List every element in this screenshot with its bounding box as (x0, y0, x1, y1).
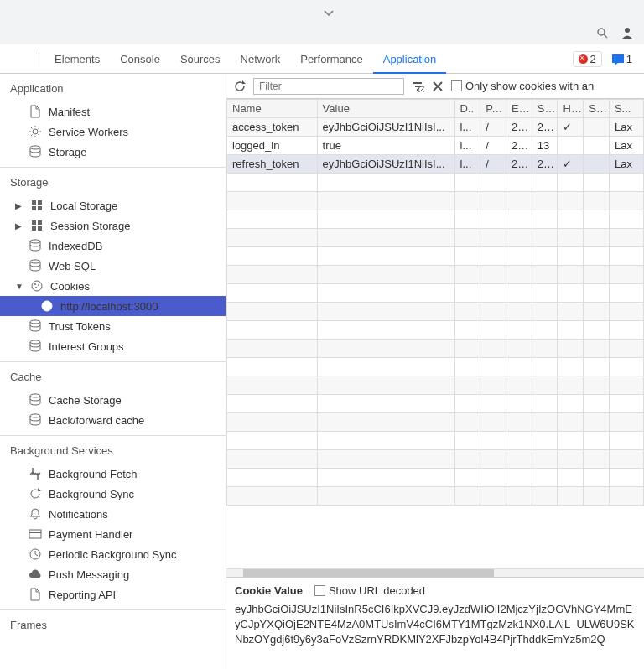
sidebar-item-label: Service Workers (49, 126, 128, 138)
sidebar-item-background-sync[interactable]: Background Sync (0, 484, 226, 504)
svg-rect-10 (38, 200, 42, 205)
table-row[interactable]: access_tokeneyJhbGciOiJSUzI1NiIsI...l...… (227, 118, 644, 137)
column-header[interactable]: D.. (454, 100, 480, 118)
cell-s3: Lax (609, 118, 643, 137)
cell-s2 (584, 118, 610, 137)
cloud-icon (29, 568, 42, 581)
svg-point-17 (30, 240, 40, 243)
sync-icon (29, 487, 42, 500)
tab-elements[interactable]: Elements (44, 46, 110, 72)
sidebar-item-label: Local Storage (50, 200, 117, 212)
db-icon (29, 319, 42, 333)
column-header[interactable]: S... (532, 100, 558, 118)
only-cookies-checkbox[interactable]: Only show cookies with an (451, 80, 594, 92)
svg-point-30 (30, 414, 40, 417)
svg-point-26 (45, 307, 47, 309)
bell-icon (29, 507, 42, 521)
tab-application[interactable]: Application (373, 46, 447, 74)
sidebar-item-session-storage[interactable]: ▶Session Storage (0, 215, 226, 236)
sidebar-item-periodic-background-sync[interactable]: Periodic Background Sync (0, 544, 226, 564)
db-icon (29, 239, 42, 252)
chevron-down-icon[interactable] (322, 7, 335, 20)
show-decoded-checkbox[interactable]: Show URL decoded (314, 584, 425, 597)
cell-p: / (480, 137, 506, 155)
cell-e: 2... (506, 118, 532, 137)
cell-value: eyJhbGciOiJSUzI1NiIsI... (317, 118, 454, 137)
svg-point-37 (418, 86, 424, 92)
sidebar-item-push-messaging[interactable]: Push Messaging (0, 564, 226, 584)
sidebar-item-notifications[interactable]: Notifications (0, 504, 226, 524)
svg-point-22 (35, 287, 37, 288)
table-row-empty (227, 192, 644, 210)
sidebar-item-indexeddb[interactable]: IndexedDB (0, 236, 226, 256)
cookies-table: NameValueD..P...E...S...H...S...S... acc… (226, 99, 644, 506)
sidebar-item-label: Background Fetch (49, 468, 138, 480)
table-row-empty (227, 487, 644, 506)
table-row-empty (227, 303, 644, 321)
fetch-icon (29, 467, 42, 480)
cookie-value-panel: Cookie Value Show URL decoded eyJhbGciOi… (226, 577, 644, 669)
table-body: access_tokeneyJhbGciOiJSUzI1NiIsI...l...… (227, 118, 644, 506)
delete-icon[interactable] (431, 80, 444, 93)
svg-line-38 (420, 88, 423, 91)
tab-console[interactable]: Console (110, 46, 170, 72)
zoom-icon[interactable] (595, 26, 609, 39)
device-icon[interactable] (20, 53, 34, 66)
svg-point-21 (38, 284, 39, 286)
table-row[interactable]: logged_intruel.../2...13Lax (227, 137, 644, 155)
sidebar-item-reporting-api[interactable]: Reporting API (0, 584, 226, 604)
sidebar-item-payment-handler[interactable]: Payment Handler (0, 524, 226, 544)
horizontal-scrollbar[interactable] (226, 568, 644, 577)
sidebar-item-label: Notifications (49, 508, 108, 521)
cell-d: l... (454, 118, 480, 137)
cookie-icon (30, 279, 44, 293)
sidebar-item-label: Interest Groups (49, 340, 124, 353)
column-header[interactable]: P... (480, 100, 506, 118)
inspect-icon[interactable] (7, 53, 20, 66)
sidebar-item-background-fetch[interactable]: Background Fetch (0, 464, 226, 484)
tab-performance[interactable]: Performance (290, 46, 372, 72)
sidebar-item-label: Periodic Background Sync (49, 548, 176, 561)
column-header[interactable]: E... (506, 100, 532, 118)
column-header[interactable]: S... (584, 100, 610, 118)
column-header[interactable]: H... (558, 100, 584, 118)
sidebar-item-service-workers[interactable]: Service Workers (0, 122, 226, 142)
messages-badge[interactable]: 1 (607, 52, 637, 66)
db-icon (29, 393, 42, 407)
sidebar-item-storage[interactable]: Storage (0, 142, 226, 162)
section-cache: Cache (0, 361, 226, 390)
tab-sources[interactable]: Sources (170, 46, 231, 72)
sidebar-item-cache-storage[interactable]: Cache Storage (0, 390, 226, 410)
clear-filter-icon[interactable] (411, 80, 424, 93)
tab-network[interactable]: Network (231, 46, 291, 72)
cookie-value-title: Cookie Value (235, 584, 303, 597)
table-row-empty (227, 469, 644, 487)
table-row[interactable]: refresh_tokeneyJhbGciOiJSUzI1NiIsI...l..… (227, 155, 644, 174)
cell-s: 2... (532, 155, 558, 174)
sidebar-item-label: Cookies (50, 280, 90, 293)
svg-point-19 (32, 281, 42, 291)
column-header[interactable]: Value (317, 100, 454, 118)
errors-badge[interactable]: 2 (573, 51, 602, 67)
sidebar-item-web-sql[interactable]: Web SQL (0, 256, 226, 276)
cookie-icon (40, 299, 54, 313)
column-header[interactable]: Name (227, 100, 318, 118)
column-header[interactable]: S... (609, 100, 643, 118)
cell-name: refresh_token (227, 155, 318, 174)
svg-point-29 (30, 394, 40, 397)
file-icon (29, 588, 42, 601)
sidebar-item-back-forward-cache[interactable]: Back/forward cache (0, 410, 226, 430)
sidebar-item-local-storage[interactable]: ▶Local Storage (0, 195, 226, 215)
more-tabs-icon[interactable] (446, 53, 460, 66)
sidebar-item-manifest[interactable]: Manifest (0, 101, 226, 122)
filter-input[interactable] (253, 78, 404, 95)
sidebar-item-label: Cache Storage (49, 394, 122, 407)
sidebar-item-trust-tokens[interactable]: Trust Tokens (0, 316, 226, 336)
sidebar-item-interest-groups[interactable]: Interest Groups (0, 336, 226, 356)
person-icon[interactable] (621, 26, 634, 39)
sidebar-item-http-localhost-3000[interactable]: http://localhost:3000 (0, 296, 226, 316)
only-cookies-label: Only show cookies with an (465, 80, 594, 92)
cell-h: ✓ (558, 155, 584, 174)
refresh-icon[interactable] (233, 80, 247, 93)
sidebar-item-cookies[interactable]: ▼Cookies (0, 276, 226, 296)
